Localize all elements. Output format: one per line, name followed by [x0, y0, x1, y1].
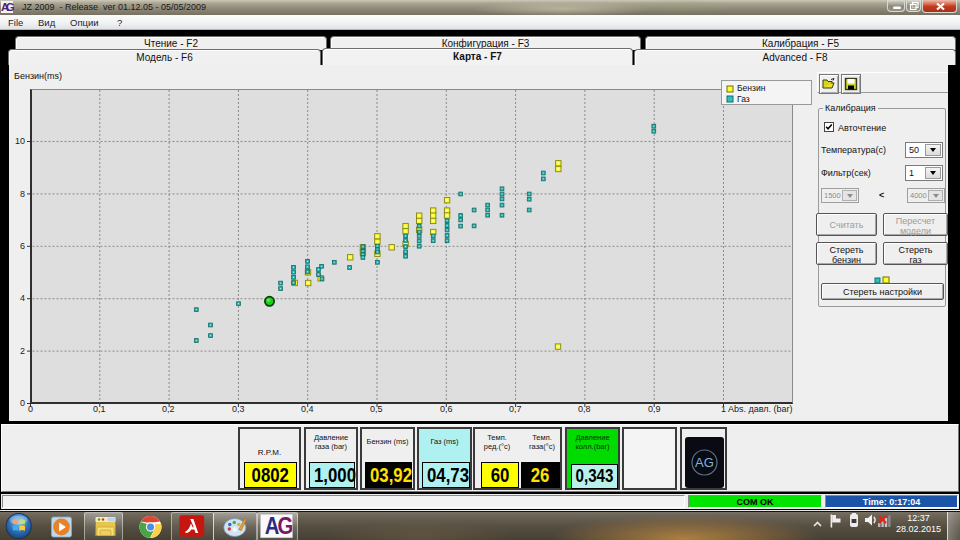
svg-text:G: G — [277, 513, 293, 540]
svg-text:AG: AG — [695, 455, 714, 470]
